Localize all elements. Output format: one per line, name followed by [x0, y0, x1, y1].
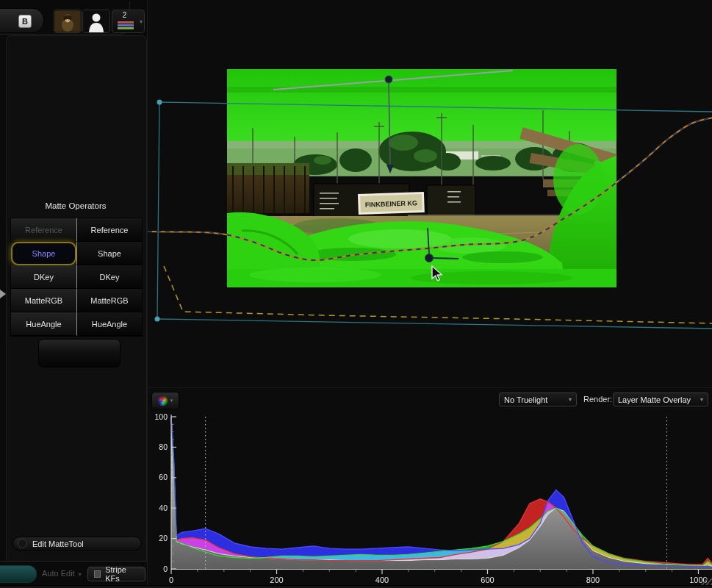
shape-outer-bottom [157, 319, 712, 329]
operator-hueangle-col1[interactable]: HueAngle [11, 312, 76, 336]
y-tick-label: 40 [159, 503, 168, 512]
matte-operators-title: Matte Operators [6, 201, 145, 210]
operator-dkey-col1[interactable]: DKey [11, 265, 76, 289]
bottom-edge [0, 585, 712, 588]
auto-edit-dropdown[interactable]: Auto Edit▾ [42, 569, 82, 578]
image-viewport[interactable]: FINKBEINER KG [227, 69, 616, 287]
operator-shape-col2[interactable]: Shape [76, 242, 142, 265]
y-tick-label: 80 [159, 442, 168, 451]
histogram-green-line [171, 417, 712, 567]
x-tick-label: 200 [270, 576, 283, 584]
chevron-down-icon: ▾ [170, 398, 173, 404]
y-tick-label: 0 [163, 564, 168, 573]
layer-count: 2 [112, 11, 137, 19]
y-tick-label: 60 [159, 473, 168, 481]
finkbeiner-sign: FINKBEINER KG [358, 192, 425, 215]
histogram-blue-line [171, 417, 712, 567]
reference-image-thumbnail-button[interactable] [54, 10, 82, 33]
scope-mode-button[interactable]: ▾ [151, 392, 179, 409]
rgb-histogram: 02040608010002004006008001000 [148, 409, 712, 588]
operator-reference-col2[interactable]: Reference [76, 218, 142, 242]
histogram-red-fill [171, 417, 712, 569]
expander-arrow-icon[interactable] [0, 290, 6, 298]
layer-count-button[interactable]: 2 ▾ [112, 10, 145, 33]
y-tick-label: 20 [159, 534, 168, 542]
shape-outer-left [157, 102, 159, 319]
person-silhouette-icon [83, 10, 109, 32]
edit-mattetool-button[interactable]: Edit MatteTool [12, 537, 142, 551]
histogram-luma-fill [171, 417, 712, 569]
edit-mattetool-indicator [18, 539, 27, 548]
operator-reference-col1[interactable]: Reference [11, 218, 76, 242]
histogram-luma-line [171, 417, 712, 567]
layer-stripe [118, 27, 134, 29]
histogram-green-fill [171, 417, 712, 569]
second-trailer [427, 185, 475, 218]
train-cars [227, 163, 309, 220]
stripe-kfs-label: Stripe KFs [105, 565, 139, 583]
x-tick-label: 800 [586, 576, 600, 584]
render-label: Render: [583, 395, 612, 404]
b-badge[interactable]: B [18, 15, 32, 28]
teal-pill-button[interactable] [0, 565, 37, 583]
layer-stripe [118, 21, 134, 24]
truelight-value: No Truelight [504, 395, 547, 404]
operator-dkey-col2[interactable]: DKey [76, 265, 142, 289]
histogram-red-line [171, 417, 712, 566]
keyed-image: FINKBEINER KG [227, 69, 616, 287]
chevron-down-icon: ▾ [569, 396, 572, 403]
render-mode-value: Layer Matte Overlay [618, 395, 691, 404]
operator-hueangle-col2[interactable]: HueAngle [76, 312, 142, 336]
matte-operator-grid: ReferenceReferenceShapeShapeDKeyDKeyMatt… [10, 218, 143, 337]
y-tick-label: 100 [154, 412, 168, 421]
shape-corner-handle[interactable] [157, 100, 162, 105]
viewer-panel: FINKBEINER KG [147, 0, 712, 588]
render-mode-dropdown[interactable]: Layer Matte Overlay ▾ [613, 392, 708, 406]
operator-mattergb-col1[interactable]: MatteRGB [11, 289, 76, 312]
layer-stripe [118, 24, 134, 26]
stripe-kfs-button[interactable]: Stripe KFs [87, 567, 145, 581]
auto-edit-label: Auto Edit [42, 569, 75, 578]
operator-shape-col1[interactable]: Shape [11, 242, 76, 265]
application-window: B 2 ▾ Matte Operators ReferenceReference… [0, 0, 712, 588]
bottom-left-bar: Auto Edit▾ Stripe KFs [0, 561, 145, 587]
x-tick-label: 0 [169, 576, 173, 584]
mona-lisa-thumbnail [54, 10, 81, 32]
color-wheel-icon [158, 396, 168, 406]
x-tick-label: 400 [375, 576, 389, 584]
operator-mattergb-col2[interactable]: MatteRGB [76, 289, 142, 312]
shape-corner-handle[interactable] [155, 317, 160, 322]
chevron-down-icon: ▾ [79, 571, 82, 578]
stripe-kfs-indicator [94, 570, 101, 578]
viewer-toolbar: ▾ No Truelight ▾ Render: Layer Matte Ove… [148, 387, 712, 409]
chevron-down-icon: ▾ [140, 18, 143, 25]
chevron-down-icon: ▾ [700, 396, 703, 403]
truelight-dropdown[interactable]: No Truelight ▾ [499, 392, 577, 406]
current-image-thumbnail-button[interactable] [82, 10, 110, 33]
histogram-blue-fill [171, 417, 712, 569]
x-tick-label: 600 [481, 576, 494, 584]
edit-mattetool-label: Edit MatteTool [32, 539, 84, 548]
layer-stripes-icon [118, 21, 134, 30]
blank-operator-button[interactable] [38, 339, 121, 368]
